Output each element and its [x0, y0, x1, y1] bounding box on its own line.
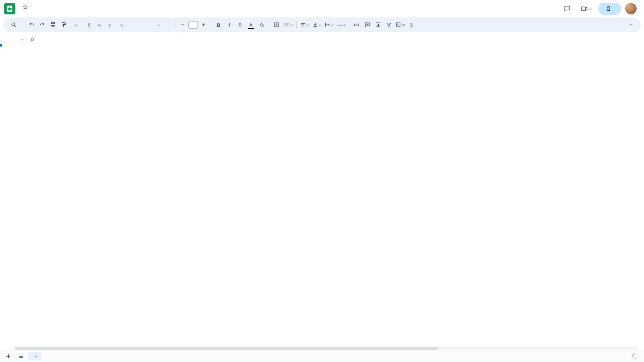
collapse-toolbar-button[interactable]: [626, 20, 636, 30]
menubar: [19, 12, 66, 14]
svg-rect-11: [62, 22, 65, 24]
chevron-down-icon: [75, 23, 77, 26]
toolbar-divider: [269, 21, 269, 28]
fill-color-button[interactable]: [257, 20, 267, 30]
menu-help[interactable]: [62, 12, 66, 14]
menu-view[interactable]: [30, 12, 34, 14]
text-rotation-button[interactable]: A: [335, 20, 346, 30]
hamburger-icon: [18, 353, 24, 360]
svg-rect-22: [284, 23, 286, 26]
chevron-down-icon: [158, 23, 160, 26]
menu-extensions[interactable]: [56, 12, 61, 14]
increase-font-size-button[interactable]: [199, 20, 209, 30]
scrollbar-thumb[interactable]: [15, 347, 438, 350]
star-icon[interactable]: [21, 3, 29, 12]
redo-button[interactable]: [37, 20, 47, 30]
font-size-input[interactable]: [189, 21, 198, 28]
table-filter-icon: [396, 22, 402, 28]
chevron-down-icon: [35, 354, 37, 357]
chevron-down-icon: [331, 23, 333, 26]
merge-icon: [284, 22, 290, 28]
svg-marker-4: [23, 5, 28, 9]
filter-icon: [386, 22, 392, 28]
horizontal-scrollbar[interactable]: [15, 347, 637, 350]
lock-icon: [606, 6, 611, 11]
comment-history-icon[interactable]: [561, 2, 574, 15]
insert-comment-button[interactable]: [362, 20, 372, 30]
filter-views-button[interactable]: [394, 20, 406, 30]
add-sheet-button[interactable]: [3, 351, 14, 362]
svg-text:A: A: [337, 23, 340, 26]
all-sheets-button[interactable]: [15, 351, 27, 362]
borders-button[interactable]: [272, 20, 282, 30]
svg-text:$: $: [88, 23, 91, 27]
decrease-font-size-button[interactable]: [178, 20, 188, 30]
explore-collapse-button[interactable]: [632, 353, 638, 360]
chart-icon: [375, 22, 381, 28]
print-icon: [50, 22, 56, 28]
menu-insert[interactable]: [35, 12, 40, 14]
svg-point-6: [12, 23, 15, 26]
insert-chart-button[interactable]: [373, 20, 383, 30]
sigma-icon: Σ: [410, 21, 413, 28]
zoom-dropdown[interactable]: [69, 20, 79, 30]
fill-handle[interactable]: [0, 44, 2, 47]
paint-format-button[interactable]: [59, 20, 69, 30]
undo-button[interactable]: [26, 20, 37, 30]
font-family-dropdown[interactable]: [143, 20, 173, 30]
sheet-tabs-bar: [0, 350, 644, 362]
more-formats-button[interactable]: [127, 20, 138, 30]
svg-text:.00: .00: [119, 23, 122, 26]
menu-format[interactable]: [40, 12, 45, 14]
menu-file[interactable]: [19, 12, 23, 14]
insert-link-button[interactable]: [352, 20, 362, 30]
borders-icon: [274, 22, 280, 28]
fx-icon: fx: [28, 37, 37, 42]
format-percent-button[interactable]: %: [95, 20, 105, 30]
svg-line-7: [14, 25, 16, 27]
functions-button[interactable]: Σ: [407, 20, 417, 30]
chevron-down-icon: [21, 38, 23, 40]
decrease-decimal-button[interactable]: .0: [106, 20, 116, 30]
svg-rect-23: [287, 23, 289, 26]
text-color-button[interactable]: A: [246, 20, 256, 30]
toolbar: $ % .0 .00 B I S A A Σ: [3, 17, 641, 32]
svg-rect-34: [378, 24, 379, 26]
menu-edit[interactable]: [24, 12, 29, 14]
horizontal-align-button[interactable]: [299, 20, 310, 30]
toolbar-divider: [175, 21, 175, 28]
name-box[interactable]: [3, 36, 25, 43]
account-avatar[interactable]: [625, 3, 637, 14]
chevron-down-icon: [343, 23, 345, 26]
create-filter-button[interactable]: [384, 20, 394, 30]
strikethrough-button[interactable]: S: [235, 20, 245, 30]
svg-rect-33: [377, 25, 377, 26]
share-button[interactable]: [598, 3, 621, 15]
print-button[interactable]: [48, 20, 58, 30]
bold-button[interactable]: B: [214, 20, 224, 30]
chevron-down-icon: [588, 6, 592, 10]
comment-plus-icon: [364, 22, 370, 28]
format-currency-button[interactable]: $: [85, 20, 95, 30]
spreadsheet-grid[interactable]: [0, 44, 644, 350]
meet-video-icon[interactable]: [578, 2, 594, 15]
sheet-tab-active[interactable]: [28, 352, 41, 360]
text-wrap-button[interactable]: [323, 20, 334, 30]
svg-rect-3: [9, 7, 10, 11]
toolbar-divider: [211, 21, 211, 28]
redo-icon: [39, 22, 45, 28]
menu-tools[interactable]: [51, 12, 56, 14]
italic-button[interactable]: I: [224, 20, 234, 30]
paint-bucket-icon: [259, 22, 265, 28]
merge-cells-button[interactable]: [282, 20, 294, 30]
sheets-logo-icon[interactable]: [4, 3, 15, 14]
chevron-down-icon: [319, 23, 321, 26]
menu-data[interactable]: [46, 12, 50, 14]
formula-input[interactable]: [37, 35, 644, 44]
chevron-down-icon: [290, 23, 293, 26]
menu-search[interactable]: [8, 20, 21, 30]
vertical-align-button[interactable]: [311, 20, 322, 30]
increase-decimal-button[interactable]: .00: [117, 20, 127, 30]
chevron-up-icon: [630, 24, 633, 26]
increase-decimal-icon: .00: [119, 22, 125, 28]
